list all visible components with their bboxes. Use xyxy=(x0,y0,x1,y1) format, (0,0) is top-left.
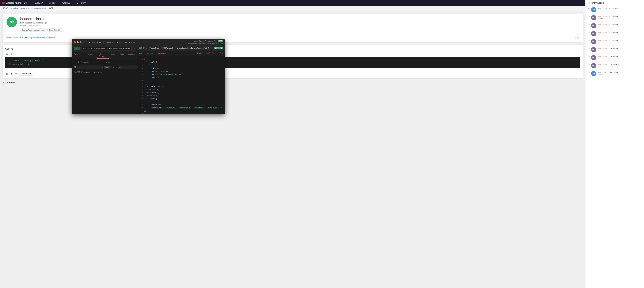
right-tab-info[interactable]: Info xyxy=(137,51,144,56)
tab-body[interactable]: Body xyxy=(109,52,118,59)
oracle-logo: ⬤ Database Actions | REST xyxy=(2,1,28,4)
json-line-2: 2 "items": [ xyxy=(139,61,223,64)
download-toolbar-icon[interactable]: ↓ xyxy=(10,52,13,56)
insomnia-right-pane: GET http://localhost:8080/ords/hr/parame… xyxy=(137,45,225,114)
close-window-button[interactable] xyxy=(74,41,76,43)
module-info: headers-classic Last Updated: 50 seconds… xyxy=(20,17,579,32)
insomnia-url-input[interactable] xyxy=(81,47,132,50)
param-checkbox-id[interactable] xyxy=(74,66,76,68)
notif-avatar-2: ME xyxy=(591,23,596,28)
insomnia-right-url-bar: GET http://localhost:8080/ords/hr/parame… xyxy=(137,45,225,51)
param-name-input-id[interactable] xyxy=(77,66,102,69)
breadcrumb-rest[interactable]: REST xyxy=(2,7,8,10)
notif-text-7: Nov 19, 2021 at 10:03 AM xyxy=(598,63,642,66)
json-line-5: 5 "words": "audios", xyxy=(139,70,223,73)
notif-time-6: 2d xyxy=(588,56,590,57)
param-settings-icon[interactable]: ⚙ xyxy=(112,66,114,68)
param-col-name: URL Parameter xyxy=(77,61,103,63)
play-button[interactable]: ▶ xyxy=(5,52,9,56)
delete-button[interactable]: 🗑 xyxy=(5,72,9,76)
status-200-badge: 200 xyxy=(218,40,223,42)
app-title: Database Actions | REST xyxy=(6,2,28,4)
notif-content-6: Nov 19, 2021 at 4:46 PM xyxy=(598,55,642,58)
cloud-icon: ☁ xyxy=(88,41,90,43)
minimize-window-button[interactable] xyxy=(77,41,78,43)
add-url-param-button[interactable]: Add URL Parameter xyxy=(74,70,90,74)
tab-description[interactable]: Description xyxy=(72,52,85,59)
url-copy-icon[interactable]: ⎘ xyxy=(578,36,579,39)
insomnia-method-selector[interactable]: GET xyxy=(74,47,80,50)
notif-text-6: Nov 19, 2021 at 4:46 PM xyxy=(598,55,642,58)
right-tab-response[interactable]: Response xyxy=(156,51,168,56)
nav-autorest[interactable]: AutoREST xyxy=(59,0,74,6)
json-line-6: 6 "when": "2018-01-19T05:00:00Z", xyxy=(139,73,223,76)
breadcrumb-sep-3: › xyxy=(31,7,32,10)
insomnia-brand-dropdown xyxy=(103,41,104,43)
notif-item-3: 2d ME Nov 19, 2021 at 5:08 PM xyxy=(586,30,644,38)
module-tags: Source Type: json/collection Page Size: … xyxy=(20,28,579,32)
param-value-wrap xyxy=(118,66,137,69)
breadcrumb-sep-4: › xyxy=(48,7,48,10)
notif-avatar-3: ME xyxy=(591,31,596,36)
tab-auth[interactable]: Auth xyxy=(118,52,126,59)
nav-overview[interactable]: Overview xyxy=(32,0,46,6)
insomnia-brand-label: ORDS Demos xyxy=(91,41,102,43)
tab-url-params[interactable]: URL Params xyxy=(97,52,109,59)
tab-headers[interactable]: Headers xyxy=(85,52,97,59)
info-button[interactable]: ℹ xyxy=(10,72,13,76)
notif-header: Recently Added xyxy=(586,0,644,6)
notif-subtext-1: Merch... xyxy=(598,18,642,20)
notif-time-0: 5h xyxy=(588,8,590,9)
json-viewer: 1{ 2 "items": [ 3 { 4 "id": 4, 5 "words"… xyxy=(137,56,225,114)
url-open-icon[interactable]: ⤢ xyxy=(574,36,576,39)
param-type-add-icon[interactable]: ⊞ xyxy=(110,66,112,68)
sub-tab-headers[interactable]: Headers xyxy=(195,51,205,56)
notif-content-1: Nov 19, 2021 at 5:09 PM Merch... xyxy=(598,15,642,20)
download-button[interactable]: Download ▾ xyxy=(19,72,33,76)
sub-tab-json-text[interactable]: JSON Text ▾ xyxy=(205,51,218,56)
insomnia-env-selector[interactable]: ☁ ORDS Demos xyxy=(88,41,104,43)
module-card: GET headers-classic Last Updated: 50 sec… xyxy=(2,14,583,42)
sent-detail: GET /ords/hr/parameters/headers-classic xyxy=(184,43,217,45)
right-tab-request[interactable]: Request xyxy=(144,51,156,56)
sub-tab-raw[interactable]: Raw xyxy=(218,51,225,56)
notif-subtext-8: Mackle... xyxy=(598,74,642,76)
notif-avatar-6: ME xyxy=(591,55,596,60)
param-header: URL Parameter Value xyxy=(74,60,135,64)
insomnia-left-tabs: Description Headers URL Params Body Auth… xyxy=(72,52,137,59)
module-url-text: http://localhost:8080/ords/hr/parameters… xyxy=(6,36,55,39)
notif-text-3: Nov 19, 2021 at 5:08 PM xyxy=(598,31,642,34)
sent-time: 52 ms xyxy=(218,43,223,45)
notif-avatar-5: ME xyxy=(591,47,596,52)
nav-modules[interactable]: Modules xyxy=(46,0,59,6)
module-menu-button[interactable]: ⋮ xyxy=(577,16,580,20)
param-value-input-id[interactable] xyxy=(118,66,137,69)
notif-avatar-0: JO xyxy=(591,7,596,12)
breadcrumb-sep-1: › xyxy=(9,7,10,10)
tab-options[interactable]: Options xyxy=(126,52,137,59)
notif-item-7: 2d ME Nov 19, 2021 at 10:03 AM xyxy=(586,62,644,70)
right-method-label: GET xyxy=(139,47,142,49)
nav-security[interactable]: Security xyxy=(74,0,89,6)
add-value-button[interactable]: Add Value xyxy=(94,70,102,74)
insomnia-latest-selector[interactable]: 🏷 Latest xyxy=(106,41,115,43)
json-line-11: 11 "limit": 25, xyxy=(139,88,223,91)
notif-time-4: 2d xyxy=(588,40,590,41)
breadcrumb-modules[interactable]: Modules xyxy=(10,7,18,10)
json-line-4: 4 "id": 4, xyxy=(139,67,223,70)
param-type-id: String ⊞ ⚙ xyxy=(104,66,114,68)
notif-text-1: Nov 19, 2021 at 5:09 PM xyxy=(598,15,642,18)
json-line-7: 7 "age": 63 xyxy=(139,76,223,79)
edit-button[interactable]: ✏ xyxy=(14,72,18,76)
breadcrumb-parameters[interactable]: parameters xyxy=(20,7,30,10)
maximize-window-button[interactable] xyxy=(80,41,82,43)
reload-button[interactable]: ↺ xyxy=(133,47,135,50)
notif-content-8: Nov 7, 2021 at 12:15 PM Mackle... xyxy=(598,71,642,76)
json-line-10: 10 "hasMore": false, xyxy=(139,85,223,88)
insomnia-mid: ☁ ORDS Demos 🏷 Latest Drafting — Local xyxy=(88,41,135,43)
breadcrumb-headers-classic[interactable]: headers-classic xyxy=(33,7,46,10)
tag-page-size: Page Size: 25 xyxy=(48,28,62,32)
json-line-3: 3 { xyxy=(139,64,223,67)
notif-content-4: Nov 19, 2021 at 5:01 PM xyxy=(598,39,642,42)
add-param-row: Add URL Parameter · Add Value xyxy=(74,70,135,74)
